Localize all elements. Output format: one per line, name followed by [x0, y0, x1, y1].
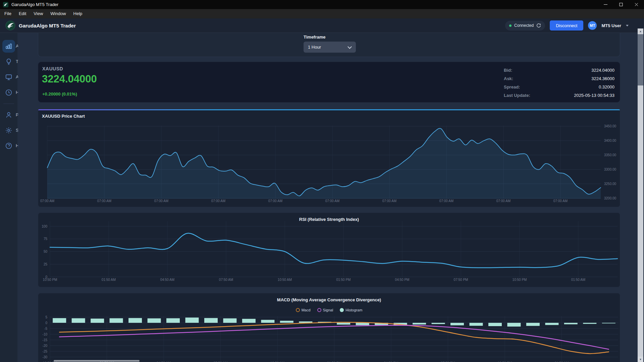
- sidebar-label-fragment: T: [16, 59, 18, 64]
- x-axis-label: 07:00 AM: [553, 199, 568, 203]
- y-axis-label: 3250.00: [604, 182, 616, 186]
- legend-macd[interactable]: Macd: [296, 308, 311, 312]
- y-axis-label: -10: [43, 333, 48, 336]
- maximize-button[interactable]: [613, 0, 629, 9]
- timeframe-label: Timeframe: [304, 35, 326, 40]
- minimize-button[interactable]: [598, 0, 613, 9]
- y-axis-label: -15: [43, 338, 48, 342]
- price-area-fill: [47, 128, 601, 199]
- menu-edit[interactable]: Edit: [15, 9, 30, 18]
- menu-help[interactable]: Help: [70, 9, 86, 18]
- eagle-logo-icon: [5, 20, 15, 31]
- timeframe-card: Timeframe 1 Hour: [38, 33, 620, 57]
- ask-value: 3224.36000: [591, 76, 614, 81]
- y-axis-label: 0: [45, 321, 47, 325]
- price-change: +0.20000 (0.01%): [42, 92, 77, 97]
- sidebar-item-profile[interactable]: P: [0, 107, 17, 123]
- y-axis-label: 0: [45, 275, 47, 279]
- app-icon: [3, 2, 9, 8]
- legend-signal[interactable]: Signal: [317, 308, 333, 312]
- timeframe-select[interactable]: 1 Hour: [304, 42, 356, 53]
- scroll-down-icon[interactable]: ▼: [638, 357, 643, 362]
- x-axis-label: 07:00 AM: [211, 199, 225, 203]
- macd-histogram-bar: [545, 323, 558, 325]
- macd-histogram-bar: [128, 318, 142, 323]
- scroll-up-icon[interactable]: ▲: [638, 28, 643, 34]
- vertical-scrollbar[interactable]: ▲ ▼: [638, 28, 643, 362]
- y-axis-label: -20: [43, 344, 48, 348]
- y-axis-label: -30: [43, 355, 48, 359]
- legend-swatch-icon: [296, 308, 300, 312]
- status-dot-icon: [509, 24, 512, 27]
- last-update-value: 2025-05-13 00:54:33: [574, 93, 614, 98]
- macd-histogram-bar: [72, 318, 85, 323]
- macd-histogram-bar: [204, 318, 218, 323]
- rsi-card: RSI (Relative Strength Index) 10:50 PM01…: [38, 213, 620, 287]
- sidebar-label-fragment: H: [16, 143, 18, 148]
- chevron-down-icon[interactable]: [626, 25, 629, 26]
- macd-chart[interactable]: 10:50 PM01:50 AM04:50 AM07:50 AM10:50 AM…: [43, 314, 621, 362]
- bid-value: 3224.04000: [591, 68, 614, 73]
- macd-histogram-bar: [450, 323, 464, 325]
- x-axis-label: 01:50 AM: [571, 278, 585, 282]
- menu-window[interactable]: Window: [47, 9, 69, 18]
- price-chart-card: XAUUSD Price Chart 07:00 AM07:00 AM07:00…: [38, 109, 620, 207]
- menu-file[interactable]: File: [1, 9, 15, 18]
- help-circle-icon: [2, 139, 15, 152]
- y-axis-label: 5: [45, 315, 47, 319]
- horizontal-scrollbar-thumb[interactable]: [54, 360, 140, 362]
- last-update-row: Last Update:2025-05-13 00:54:33: [504, 91, 614, 100]
- macd-histogram-bar: [223, 318, 236, 323]
- window-title: GarudaAlgo MT5 Trader: [11, 2, 58, 7]
- bid-row: Bid:3224.04000: [504, 66, 614, 74]
- macd-histogram-bar: [242, 319, 256, 323]
- sidebar-item-settings[interactable]: S: [0, 123, 17, 138]
- app-window: GarudaAlgo MT5 Trader FileEditViewWindow…: [0, 0, 644, 362]
- x-axis-label: 07:50 PM: [454, 278, 468, 282]
- legend-swatch-icon: [340, 308, 344, 312]
- x-axis-label: 10:50 PM: [43, 278, 57, 282]
- sidebar-label-fragment: P: [16, 112, 18, 117]
- sidebar-item-terminal[interactable]: A: [0, 69, 17, 85]
- sidebar-item-history[interactable]: H: [0, 85, 17, 100]
- macd-histogram-bar: [185, 317, 199, 323]
- quote-panel: XAUUSD 3224.04000 +0.20000 (0.01%) Bid:3…: [38, 62, 620, 103]
- macd-histogram-bar: [356, 323, 369, 325]
- sidebar-item-analytics[interactable]: A: [0, 39, 17, 54]
- close-button[interactable]: [629, 0, 644, 9]
- avatar[interactable]: MT: [588, 21, 597, 30]
- price-chart[interactable]: 07:00 AM07:00 AM07:00 AM07:00 AM07:00 AM…: [43, 122, 621, 206]
- ask-row: Ask:3224.36000: [504, 74, 614, 83]
- price-value: 3224.04000: [42, 73, 97, 85]
- legend-histogram[interactable]: Histogram: [340, 308, 362, 312]
- sidebar-label-fragment: A: [16, 44, 18, 49]
- macd-histogram-bar: [526, 323, 540, 326]
- x-axis-label: 07:50 AM: [219, 278, 233, 282]
- macd-histogram-bar: [166, 318, 180, 323]
- sidebar-divider: [3, 104, 14, 104]
- refresh-icon[interactable]: [536, 23, 541, 28]
- lightbulb-icon: [2, 55, 15, 68]
- x-axis-label: 07:00 AM: [439, 199, 453, 203]
- x-axis-label: 04:50 PM: [395, 278, 410, 282]
- macd-histogram-bar: [148, 318, 161, 323]
- macd-histogram-bar: [583, 323, 596, 324]
- y-axis-label: 3200.00: [604, 196, 616, 200]
- rsi-chart[interactable]: 10:50 PM01:50 AM04:50 AM07:50 AM10:50 AM…: [43, 215, 621, 285]
- macd-histogram-bar: [507, 323, 521, 326]
- x-axis-label: 07:00 AM: [154, 199, 168, 203]
- menu-view[interactable]: View: [30, 9, 47, 18]
- y-axis-label: 100: [42, 225, 47, 228]
- sidebar-item-help[interactable]: H: [0, 138, 17, 154]
- x-axis-label: 01:50 AM: [102, 278, 116, 282]
- sidebar-label-fragment: A: [16, 74, 18, 79]
- disconnect-button[interactable]: Disconnect: [550, 20, 583, 31]
- vertical-scrollbar-thumb[interactable]: [638, 34, 643, 85]
- macd-chart-title: MACD (Moving Average Convergence Diverge…: [38, 297, 620, 302]
- y-axis-label: 3300.00: [604, 168, 616, 171]
- spread-label: Spread:: [504, 84, 520, 89]
- user-name: MT5 User: [601, 23, 621, 28]
- sidebar-item-signals[interactable]: T: [0, 54, 17, 69]
- sidebar-label-fragment: H: [16, 90, 18, 95]
- connection-pill: Connected: [505, 21, 545, 31]
